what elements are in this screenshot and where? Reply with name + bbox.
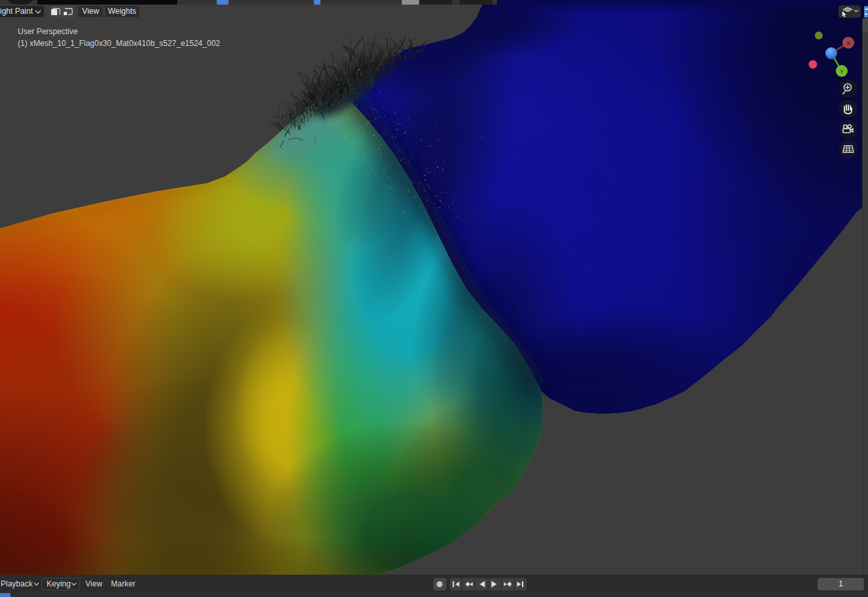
svg-text:X: X bbox=[846, 40, 850, 47]
svg-text:Y: Y bbox=[840, 68, 844, 75]
